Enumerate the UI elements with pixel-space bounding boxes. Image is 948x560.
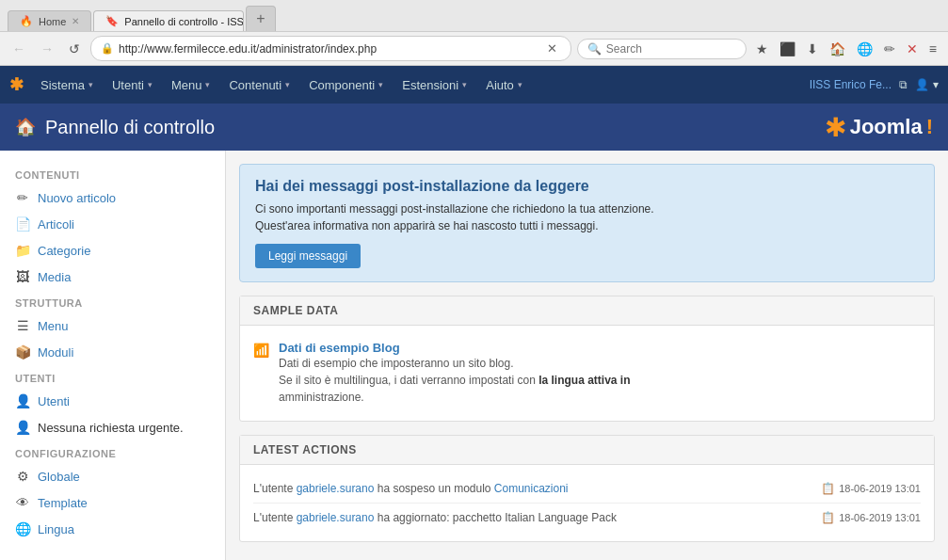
shield-button[interactable]: ⬛	[776, 40, 799, 58]
tab-new[interactable]: +	[246, 6, 275, 31]
sample-blog-link[interactable]: Dati di esempio Blog	[279, 341, 400, 355]
modules-icon: 📦	[15, 344, 30, 360]
sidebar-item-media[interactable]: 🖼 Media	[0, 264, 225, 290]
sidebar-link-globale[interactable]: Globale	[38, 470, 80, 484]
tab-home-icon: 🔥	[20, 15, 33, 27]
header-home-icon[interactable]: 🏠	[15, 117, 36, 137]
edit-icon: ✏	[15, 190, 30, 205]
action2-user-link[interactable]: gabriele.surano	[297, 511, 375, 524]
menu-icon: ☰	[15, 318, 30, 333]
user2-icon: 👤	[15, 420, 30, 435]
gear-icon: ⚙	[15, 469, 30, 484]
sidebar-link-moduli[interactable]: Moduli	[38, 345, 73, 360]
topbar-item-contenuti[interactable]: Contenuti ▾	[219, 66, 299, 104]
tab-pannello[interactable]: 🔖 Pannello di controllo - ISS... ✕	[93, 10, 244, 31]
search-icon: 🔍	[587, 42, 602, 56]
info-box-line1: Ci sono importanti messaggi post-install…	[255, 202, 919, 216]
globe-button[interactable]: 🌐	[853, 40, 876, 58]
tab-home-close[interactable]: ✕	[72, 16, 79, 26]
address-action-btn[interactable]: ✕	[543, 40, 561, 57]
tab-home[interactable]: 🔥 Home ✕	[8, 10, 91, 31]
sidebar-item-globale[interactable]: ⚙ Globale	[0, 463, 225, 489]
articles-icon: 📄	[15, 216, 30, 232]
sidebar-link-utenti[interactable]: Utenti	[38, 394, 70, 408]
sidebar-link-categorie[interactable]: Categorie	[38, 244, 90, 258]
sidebar-link-media[interactable]: Media	[38, 270, 71, 284]
sidebar-item-menu[interactable]: ☰ Menu	[0, 312, 225, 339]
topbar-menu-label: Menu	[171, 78, 202, 92]
action-text-2: L'utente gabriele.surano ha aggiornato: …	[253, 511, 821, 524]
search-input[interactable]	[606, 42, 719, 56]
topbar-utenti-label: Utenti	[112, 78, 144, 92]
sidebar-item-nuovo-articolo[interactable]: ✏ Nuovo articolo	[0, 184, 225, 211]
sample-data-body: 📶 Dati di esempio Blog Dati di esempio c…	[240, 326, 934, 421]
action1-middle: ha sospeso un modulo	[374, 482, 493, 495]
sample-item-details: Dati di esempio Blog Dati di esempio che…	[279, 341, 631, 406]
action2-time: 18-06-2019 13:01	[839, 512, 921, 523]
menu-caret: ▾	[205, 80, 210, 89]
download-button[interactable]: ⬇	[803, 40, 822, 58]
action-row-2: L'utente gabriele.surano ha aggiornato: …	[253, 504, 921, 532]
latest-actions-box: LATEST ACTIONS L'utente gabriele.surano …	[239, 435, 935, 542]
joomla-asterisk-icon: ✱	[825, 112, 846, 143]
latest-actions-header: LATEST ACTIONS	[240, 436, 934, 465]
home-browser-button[interactable]: 🏠	[826, 40, 849, 58]
bookmark-star-button[interactable]: ★	[752, 40, 772, 58]
address-bar[interactable]: 🔒 http://www.fermilecce.edu.it/administr…	[90, 36, 571, 61]
menu-button[interactable]: ≡	[925, 40, 940, 58]
topbar-item-utenti[interactable]: Utenti ▾	[103, 66, 162, 104]
url-text: http://www.fermilecce.edu.it/administrat…	[119, 42, 538, 56]
topbar-aiuto-label: Aiuto	[486, 78, 514, 92]
close-browser-button[interactable]: ✕	[903, 40, 922, 58]
sidebar-item-articoli[interactable]: 📄 Articoli	[0, 211, 225, 237]
sidebar-link-nuovo-articolo[interactable]: Nuovo articolo	[38, 191, 116, 205]
main-layout: CONTENUTI ✏ Nuovo articolo 📄 Articoli 📁 …	[0, 151, 948, 560]
wifi-icon: 📶	[253, 343, 269, 358]
forward-button[interactable]: →	[36, 40, 58, 58]
sidebar-item-lingua[interactable]: 🌐 Lingua	[0, 516, 225, 542]
tab-home-label: Home	[39, 16, 66, 27]
sidebar-link-template[interactable]: Template	[38, 496, 88, 510]
search-bar[interactable]: 🔍	[577, 39, 747, 59]
clock-icon-2: 📋	[821, 511, 835, 524]
topbar-item-estensioni[interactable]: Estensioni ▾	[393, 66, 476, 104]
sidebar-section-struttura-title: STRUTTURA	[0, 290, 225, 312]
joomla-brand-text: Joomla	[850, 115, 923, 139]
topbar-right: IISS Enrico Fe... ⧉ 👤 ▾	[810, 78, 939, 91]
action2-middle: ha aggiornato: pacchetto Italian Languag…	[374, 511, 617, 524]
site-external-icon: ⧉	[899, 78, 908, 91]
sidebar-item-utenti[interactable]: 👤 Utenti	[0, 388, 225, 414]
back-button[interactable]: ←	[8, 40, 30, 58]
action1-module-link[interactable]: Comunicazioni	[494, 482, 569, 495]
sidebar-no-requests-label: Nessuna richiesta urgente.	[38, 421, 184, 435]
site-name-link[interactable]: IISS Enrico Fe...	[810, 78, 892, 91]
topbar-item-aiuto[interactable]: Aiuto ▾	[476, 66, 532, 104]
sidebar-link-articoli[interactable]: Articoli	[38, 217, 74, 232]
action-row-1: L'utente gabriele.surano ha sospeso un m…	[253, 474, 921, 504]
sample-data-header: SAMPLE DATA	[240, 296, 934, 326]
sidebar-section-contenuti-title: CONTENUTI	[0, 162, 225, 184]
edit-button[interactable]: ✏	[880, 40, 899, 58]
user-caret-icon: ▾	[933, 78, 939, 91]
sidebar-item-categorie[interactable]: 📁 Categorie	[0, 237, 225, 264]
topbar-sistema-label: Sistema	[40, 78, 85, 92]
sidebar-item-template[interactable]: 👁 Template	[0, 489, 225, 516]
sidebar-link-menu[interactable]: Menu	[38, 319, 69, 333]
topbar-contenuti-label: Contenuti	[229, 78, 281, 92]
eye-icon: 👁	[15, 495, 30, 510]
sidebar-item-moduli[interactable]: 📦 Moduli	[0, 339, 225, 365]
action1-user-link[interactable]: gabriele.surano	[297, 482, 375, 495]
topbar-item-menu[interactable]: Menu ▾	[162, 66, 220, 104]
info-box: Hai dei messaggi post-installazione da l…	[239, 164, 935, 282]
sidebar-link-lingua[interactable]: Lingua	[38, 522, 74, 536]
topbar-item-componenti[interactable]: Componenti ▾	[299, 66, 393, 104]
user-icon: 👤	[15, 393, 30, 408]
action-text-1: L'utente gabriele.surano ha sospeso un m…	[253, 482, 821, 495]
estensioni-caret: ▾	[462, 80, 467, 89]
joomla-topbar: ✱ Sistema ▾ Utenti ▾ Menu ▾ Contenuti ▾ …	[0, 66, 948, 104]
topbar-item-sistema[interactable]: Sistema ▾	[31, 66, 103, 104]
refresh-button[interactable]: ↺	[64, 40, 85, 58]
read-messages-button[interactable]: Leggi messaggi	[255, 244, 361, 268]
topbar-user-menu[interactable]: 👤 ▾	[915, 78, 939, 91]
sample-desc-line2: Se il sito è multilingua, i dati verrann…	[279, 374, 536, 387]
